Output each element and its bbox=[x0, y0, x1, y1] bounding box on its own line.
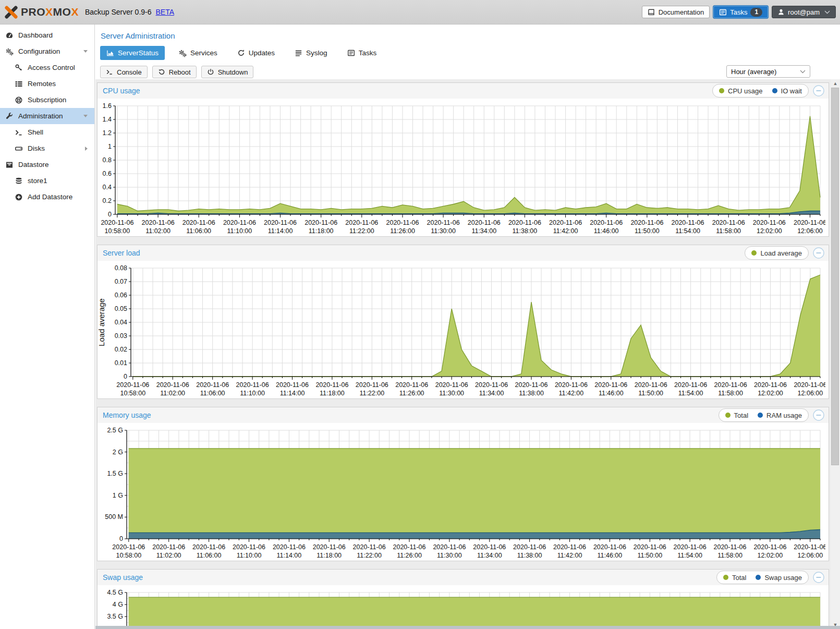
legend-dot bbox=[772, 88, 777, 93]
shell-icon bbox=[15, 128, 25, 137]
legend-dot bbox=[725, 413, 731, 418]
svg-text:10:58:00: 10:58:00 bbox=[116, 552, 141, 559]
svg-text:2020-11-06: 2020-11-06 bbox=[112, 543, 145, 551]
power-icon bbox=[207, 68, 214, 76]
svg-text:11:58:00: 11:58:00 bbox=[717, 552, 742, 559]
tab-label: Updates bbox=[249, 49, 275, 57]
shutdown-label: Shutdown bbox=[218, 68, 248, 76]
tasks-count-badge: 1 bbox=[750, 8, 762, 17]
svg-text:500 M: 500 M bbox=[105, 513, 123, 521]
tab-tasks[interactable]: Tasks bbox=[341, 46, 383, 60]
sidebar-item-label: Datastore bbox=[18, 161, 49, 168]
sidebar-item-label: Disks bbox=[28, 144, 45, 152]
legend-entry: IO wait bbox=[772, 87, 802, 95]
tab-label: Syslog bbox=[306, 49, 327, 57]
svg-text:2020-11-06: 2020-11-06 bbox=[345, 219, 378, 226]
tab-label: Services bbox=[190, 49, 217, 57]
beta-link[interactable]: BETA bbox=[156, 8, 175, 16]
chevron-down-icon bbox=[800, 70, 806, 74]
svg-text:2020-11-06: 2020-11-06 bbox=[794, 543, 825, 551]
panel-title: CPU usage bbox=[103, 87, 140, 95]
scroll-up-icon[interactable]: ▲ bbox=[831, 79, 840, 88]
svg-text:1.5 G: 1.5 G bbox=[107, 470, 123, 477]
remotes-icon bbox=[15, 80, 25, 88]
shutdown-button[interactable]: Shutdown bbox=[201, 66, 254, 78]
bottom-edge-strip bbox=[95, 626, 840, 629]
timeframe-select[interactable]: Hour (average) bbox=[726, 65, 810, 78]
sidebar-item-administration[interactable]: Administration bbox=[0, 108, 94, 124]
cpu-usage-chart: 2020-11-0610:58:002020-11-0611:02:002020… bbox=[98, 99, 829, 237]
svg-text:2020-11-06: 2020-11-06 bbox=[236, 381, 269, 389]
collapse-panel-icon[interactable] bbox=[813, 409, 824, 421]
sidebar-item-configuration[interactable]: Configuration bbox=[0, 43, 94, 59]
tab-updates[interactable]: Updates bbox=[231, 46, 281, 60]
user-icon bbox=[777, 8, 785, 16]
svg-text:11:34:00: 11:34:00 bbox=[477, 552, 502, 559]
svg-text:1: 1 bbox=[108, 143, 112, 150]
sidebar-item-label: Remotes bbox=[28, 80, 56, 88]
sidebar-item-access-control[interactable]: Access Control bbox=[0, 59, 94, 76]
svg-text:2020-11-06: 2020-11-06 bbox=[223, 219, 256, 226]
server-load-chart: 2020-11-0610:58:002020-11-0611:02:002020… bbox=[98, 261, 829, 399]
svg-text:0.02: 0.02 bbox=[115, 346, 127, 353]
panel-title: Swap usage bbox=[103, 573, 143, 582]
legend-label: Load average bbox=[760, 249, 802, 257]
svg-text:11:06:00: 11:06:00 bbox=[186, 227, 211, 235]
svg-text:2020-11-06: 2020-11-06 bbox=[468, 219, 501, 226]
memory-usage-panel-header: Memory usageTotalRAM usage bbox=[98, 407, 829, 423]
svg-text:2020-11-06: 2020-11-06 bbox=[508, 219, 541, 226]
vertical-scrollbar[interactable]: ▲ ▼ bbox=[831, 79, 840, 629]
tab-serverstatus[interactable]: ServerStatus bbox=[100, 46, 165, 60]
sidebar-item-remotes[interactable]: Remotes bbox=[0, 76, 94, 92]
page-title: Server Administration bbox=[101, 31, 840, 40]
collapse-panel-icon[interactable] bbox=[813, 85, 824, 96]
legend-entry: CPU usage bbox=[719, 87, 762, 95]
svg-text:11:54:00: 11:54:00 bbox=[678, 390, 703, 397]
tasks-button[interactable]: Tasks 1 bbox=[713, 6, 768, 18]
chevron-down-icon bbox=[83, 50, 88, 53]
legend-dot bbox=[758, 413, 763, 418]
svg-text:11:10:00: 11:10:00 bbox=[227, 227, 252, 235]
database-icon bbox=[15, 177, 25, 185]
sidebar-item-subscription[interactable]: Subscription bbox=[0, 92, 94, 108]
collapse-panel-icon[interactable] bbox=[813, 247, 824, 259]
svg-text:11:34:00: 11:34:00 bbox=[471, 227, 496, 235]
wrench-icon bbox=[5, 112, 16, 120]
sidebar-item-datastore[interactable]: Datastore bbox=[0, 156, 94, 173]
reboot-button[interactable]: Reboot bbox=[152, 66, 197, 78]
sidebar-item-dashboard[interactable]: Dashboard bbox=[0, 27, 94, 43]
collapse-panel-icon[interactable] bbox=[813, 572, 824, 583]
svg-text:11:46:00: 11:46:00 bbox=[594, 227, 619, 235]
panel-title: Server load bbox=[103, 249, 140, 257]
sidebar-item-shell[interactable]: Shell bbox=[0, 124, 94, 140]
svg-text:11:30:00: 11:30:00 bbox=[437, 552, 462, 559]
svg-text:1.2: 1.2 bbox=[103, 129, 112, 137]
documentation-button[interactable]: Documentation bbox=[642, 6, 710, 18]
svg-text:2020-11-06: 2020-11-06 bbox=[553, 543, 586, 551]
svg-text:0: 0 bbox=[108, 211, 112, 218]
svg-text:2020-11-06: 2020-11-06 bbox=[273, 543, 306, 551]
tab-syslog[interactable]: Syslog bbox=[288, 46, 334, 60]
svg-text:2020-11-06: 2020-11-06 bbox=[276, 381, 309, 389]
scrollbar-thumb[interactable] bbox=[831, 88, 839, 465]
svg-text:11:54:00: 11:54:00 bbox=[677, 552, 702, 559]
sidebar-item-disks[interactable]: Disks bbox=[0, 140, 94, 156]
sidebar-item-store1[interactable]: store1 bbox=[0, 173, 94, 189]
svg-text:2020-11-06: 2020-11-06 bbox=[475, 381, 508, 389]
console-label: Console bbox=[117, 68, 142, 76]
chart-legend: TotalSwap usage bbox=[716, 571, 809, 584]
user-menu-button[interactable]: root@pam bbox=[772, 6, 836, 18]
sidebar-item-label: Subscription bbox=[28, 96, 66, 104]
svg-text:2020-11-06: 2020-11-06 bbox=[101, 219, 133, 226]
top-header-bar: PROXMOX Backup Server 0.9-6 BETA Documen… bbox=[0, 0, 840, 25]
svg-text:0.6: 0.6 bbox=[103, 170, 112, 177]
console-button[interactable]: Console bbox=[100, 66, 148, 78]
legend-label: IO wait bbox=[781, 87, 802, 95]
key-icon bbox=[15, 64, 25, 72]
timeframe-value: Hour (average) bbox=[731, 68, 776, 76]
svg-text:12:02:00: 12:02:00 bbox=[757, 227, 782, 235]
sidebar-item-add-datastore[interactable]: Add Datastore bbox=[0, 189, 94, 205]
tab-services[interactable]: Services bbox=[172, 46, 224, 60]
svg-text:11:06:00: 11:06:00 bbox=[197, 552, 222, 559]
chevron-down-icon bbox=[824, 10, 830, 14]
